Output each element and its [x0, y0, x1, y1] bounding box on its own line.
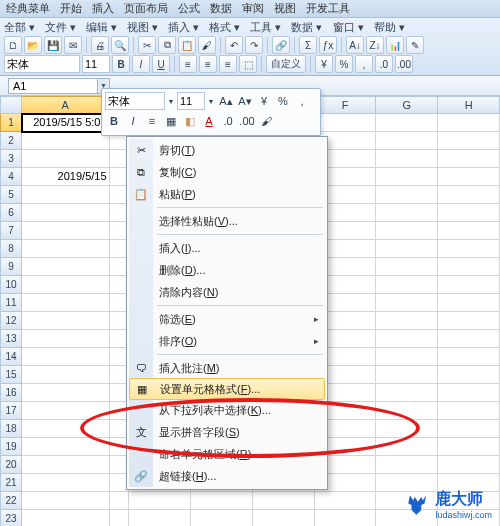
- sum-icon[interactable]: Σ: [299, 36, 317, 54]
- cell-G12[interactable]: [376, 312, 438, 330]
- cell-G5[interactable]: [376, 186, 438, 204]
- context-item-16[interactable]: 文显示拼音字段(S): [129, 421, 325, 443]
- new-icon[interactable]: 🗋: [4, 36, 22, 54]
- underline-button[interactable]: U: [152, 55, 170, 73]
- drawing-icon[interactable]: ✎: [406, 36, 424, 54]
- cell-A8[interactable]: [22, 240, 110, 258]
- cell-G13[interactable]: [376, 330, 438, 348]
- row-header-1[interactable]: 1: [0, 114, 22, 132]
- select-all-corner[interactable]: [0, 96, 22, 114]
- cell-G4[interactable]: [376, 168, 438, 186]
- cell-D23[interactable]: [191, 510, 253, 526]
- row-header-10[interactable]: 10: [0, 276, 22, 294]
- row-header-23[interactable]: 23: [0, 510, 22, 526]
- italic-button[interactable]: I: [132, 55, 150, 73]
- cell-F23[interactable]: [315, 510, 377, 526]
- cell-H17[interactable]: [438, 402, 500, 420]
- context-item-4[interactable]: 选择性粘贴(V)...: [129, 210, 325, 232]
- fill-color-icon[interactable]: ◧: [181, 112, 199, 130]
- cell-A3[interactable]: [22, 150, 110, 168]
- cell-G20[interactable]: [376, 456, 438, 474]
- row-header-19[interactable]: 19: [0, 438, 22, 456]
- ribbon-tab-0[interactable]: 全部 ▾: [4, 20, 35, 35]
- menu-7[interactable]: 视图: [274, 1, 296, 16]
- row-header-21[interactable]: 21: [0, 474, 22, 492]
- percent-icon[interactable]: %: [335, 55, 353, 73]
- name-box[interactable]: [8, 78, 98, 94]
- preview-icon[interactable]: 🔍: [111, 36, 129, 54]
- cell-A10[interactable]: [22, 276, 110, 294]
- cell-H3[interactable]: [438, 150, 500, 168]
- cut-icon[interactable]: ✂: [138, 36, 156, 54]
- ribbon-tab-7[interactable]: 数据 ▾: [291, 20, 322, 35]
- cell-H19[interactable]: [438, 438, 500, 456]
- cell-H10[interactable]: [438, 276, 500, 294]
- cell-B23[interactable]: [110, 510, 130, 526]
- cell-A21[interactable]: [22, 474, 110, 492]
- menu-1[interactable]: 开始: [60, 1, 82, 16]
- cell-H8[interactable]: [438, 240, 500, 258]
- cell-H7[interactable]: [438, 222, 500, 240]
- menu-8[interactable]: 开发工具: [306, 1, 350, 16]
- mini-size-select[interactable]: [177, 92, 205, 110]
- row-header-9[interactable]: 9: [0, 258, 22, 276]
- grow-font-icon[interactable]: A▴: [217, 92, 235, 110]
- cell-G7[interactable]: [376, 222, 438, 240]
- cell-H4[interactable]: [438, 168, 500, 186]
- cell-A13[interactable]: [22, 330, 110, 348]
- context-item-1[interactable]: ⧉复制(C): [129, 161, 325, 183]
- row-header-20[interactable]: 20: [0, 456, 22, 474]
- cell-E22[interactable]: [253, 492, 315, 510]
- cell-B22[interactable]: [110, 492, 130, 510]
- cell-H1[interactable]: [438, 114, 500, 132]
- cell-G19[interactable]: [376, 438, 438, 456]
- redo-icon[interactable]: ↷: [245, 36, 263, 54]
- row-header-22[interactable]: 22: [0, 492, 22, 510]
- row-header-12[interactable]: 12: [0, 312, 22, 330]
- currency-icon[interactable]: ¥: [315, 55, 333, 73]
- cell-C23[interactable]: [129, 510, 191, 526]
- mail-icon[interactable]: ✉: [64, 36, 82, 54]
- font-color-icon[interactable]: A: [200, 112, 218, 130]
- context-item-0[interactable]: ✂剪切(T): [129, 139, 325, 161]
- cell-A1[interactable]: 2019/5/15 5:08: [22, 114, 110, 132]
- mini-size-dropdown-icon[interactable]: ▼: [206, 92, 216, 110]
- cell-G3[interactable]: [376, 150, 438, 168]
- cell-G14[interactable]: [376, 348, 438, 366]
- col-header-F[interactable]: F: [315, 96, 377, 114]
- undo-icon[interactable]: ↶: [225, 36, 243, 54]
- cell-G11[interactable]: [376, 294, 438, 312]
- cell-A12[interactable]: [22, 312, 110, 330]
- cell-H9[interactable]: [438, 258, 500, 276]
- ribbon-tab-5[interactable]: 格式 ▾: [209, 20, 240, 35]
- bold-button[interactable]: B: [112, 55, 130, 73]
- paste-icon[interactable]: 📋: [178, 36, 196, 54]
- row-header-14[interactable]: 14: [0, 348, 22, 366]
- mini-font-dropdown-icon[interactable]: ▼: [166, 92, 176, 110]
- cell-A20[interactable]: [22, 456, 110, 474]
- menu-0[interactable]: 经典菜单: [6, 1, 50, 16]
- cell-D22[interactable]: [191, 492, 253, 510]
- context-item-11[interactable]: 排序(O): [129, 330, 325, 352]
- menu-6[interactable]: 审阅: [242, 1, 264, 16]
- cell-G16[interactable]: [376, 384, 438, 402]
- cell-G15[interactable]: [376, 366, 438, 384]
- sort-desc-icon[interactable]: Z↓: [366, 36, 384, 54]
- context-item-15[interactable]: 从下拉列表中选择(K)...: [129, 399, 325, 421]
- inc-decimal-icon[interactable]: .0: [375, 55, 393, 73]
- row-header-3[interactable]: 3: [0, 150, 22, 168]
- cell-E23[interactable]: [253, 510, 315, 526]
- align-left-icon[interactable]: ≡: [179, 55, 197, 73]
- row-header-6[interactable]: 6: [0, 204, 22, 222]
- cell-C22[interactable]: [129, 492, 191, 510]
- context-item-6[interactable]: 插入(I)...: [129, 237, 325, 259]
- cell-A17[interactable]: [22, 402, 110, 420]
- cell-A6[interactable]: [22, 204, 110, 222]
- context-item-17[interactable]: 命名单元格区域(R)...: [129, 443, 325, 465]
- context-item-8[interactable]: 清除内容(N): [129, 281, 325, 303]
- row-header-13[interactable]: 13: [0, 330, 22, 348]
- cell-H13[interactable]: [438, 330, 500, 348]
- row-header-18[interactable]: 18: [0, 420, 22, 438]
- print-icon[interactable]: 🖨: [91, 36, 109, 54]
- cell-H18[interactable]: [438, 420, 500, 438]
